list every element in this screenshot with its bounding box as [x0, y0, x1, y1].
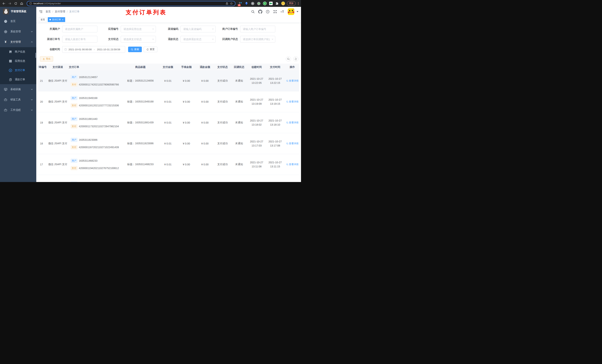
view-detail-link[interactable]: 查看详情 [286, 142, 299, 145]
filter-label-channel-code: 渠道编码 [156, 27, 181, 31]
page-title-annotation: 支付订单列表 [126, 9, 167, 16]
channel-order-no-input[interactable] [62, 36, 97, 42]
table-row[interactable]: 18 微信 JSAPI 支付 商户1635311823086 支付4200001… [38, 133, 299, 154]
extension-y-icon[interactable]: Y [263, 1, 267, 5]
reset-button[interactable]: 重置 [144, 47, 157, 52]
sidebar-item-infra[interactable]: 基础设施 [0, 84, 36, 94]
cell-fee [177, 175, 196, 182]
date-range-picker[interactable]: 2021-10-01 00:00:00 - 2021-10-31 23:59:5… [62, 46, 125, 53]
cell-title: 标题：1635311823086 [122, 133, 159, 154]
extensions-puzzle-icon[interactable] [275, 1, 279, 5]
sidebar-scrollbar[interactable] [35, 53, 36, 58]
font-size-icon[interactable]: TT [280, 10, 285, 14]
monitor-chart-icon [3, 88, 8, 91]
github-icon[interactable] [258, 10, 262, 14]
toggle-search-button[interactable] [286, 56, 291, 62]
cell-paid: 2021-10-2713:18:10 [266, 112, 284, 133]
extension-record-icon[interactable] [257, 1, 261, 5]
notify-status-select[interactable] [240, 36, 275, 42]
cell-action: 查看详情 [284, 112, 299, 133]
cell-channel: 微信 JSAPI 支付 [47, 91, 69, 112]
extension-meet-icon[interactable] [269, 1, 273, 5]
tag-home[interactable]: 首页 [39, 17, 47, 22]
help-icon[interactable]: ? [266, 10, 270, 14]
update-button[interactable]: 更新 [287, 1, 296, 6]
sidebar-item-merchant-info[interactable]: 商户信息 [0, 47, 36, 56]
filter-label-app: 应用编号 [97, 27, 121, 31]
cell-channel: 微信 JSAPI 支付 [47, 112, 69, 133]
date-end[interactable]: 2021-10-31 23:59:59 [97, 48, 120, 51]
extension-grid-icon[interactable]: 10 [238, 1, 242, 5]
user-avatar[interactable] [288, 8, 294, 15]
extension-kite-icon[interactable] [245, 1, 248, 5]
sidebar-item-app-info[interactable]: 应用信息 [0, 56, 36, 66]
page-info-icon[interactable] [29, 2, 32, 5]
refresh-icon [294, 58, 297, 60]
col-amount: 支付金额 [159, 64, 177, 71]
extension-badge: 10 [238, 4, 241, 6]
browser-menu-icon[interactable] [298, 2, 299, 5]
table-row[interactable]: 21 微信 JSAPI 支付 商户1635312124657 支付4200001… [38, 71, 299, 91]
table-row-partial[interactable]: 商户1635311454796 [38, 175, 299, 182]
home-icon[interactable] [20, 1, 24, 6]
channel-code-select[interactable] [181, 26, 216, 32]
view-detail-link[interactable]: 查看详情 [286, 163, 299, 166]
breadcrumb-pay[interactable]: 支付管理 [55, 10, 65, 13]
cell-action: 查看详情 [284, 133, 299, 154]
app-select[interactable] [121, 26, 156, 32]
pay-status-select[interactable] [121, 36, 156, 42]
search-icon [286, 80, 288, 82]
refund-status-select[interactable] [181, 36, 216, 42]
search-button[interactable]: 搜索 [128, 47, 142, 52]
col-pay-order: 支付订单 [69, 64, 122, 71]
grid-icon [8, 60, 13, 63]
cell-id [38, 175, 47, 182]
date-start[interactable]: 2021-10-01 00:00:00 [68, 48, 92, 51]
reload-icon[interactable] [14, 1, 18, 6]
sidebar-collapse-icon[interactable] [39, 10, 43, 14]
table-row[interactable]: 19 微信 JSAPI 支付 商户1635311881440 支付4200001… [38, 112, 299, 133]
table-toolbar: 导出 [36, 56, 301, 62]
cell-title: 标题：1635311881439 [122, 112, 159, 133]
merchant-no: 1635312124657 [79, 76, 97, 79]
forward-icon[interactable] [8, 1, 12, 6]
fullscreen-icon[interactable] [273, 10, 277, 14]
sidebar-item-label: 退款订单 [15, 78, 33, 81]
sidebar-item-label: 研发工具 [10, 98, 31, 101]
sidebar-item-home[interactable]: 首页 [0, 16, 36, 26]
tag-pay-order[interactable]: 支付订单 × [48, 17, 65, 22]
cell-refund: ¥ 0.00 [196, 112, 214, 133]
cell-amount [159, 175, 177, 182]
view-detail-link[interactable]: 查看详情 [286, 100, 299, 104]
share-icon[interactable] [226, 2, 228, 5]
search-icon[interactable] [251, 10, 255, 14]
view-detail-link[interactable]: 查看详情 [286, 121, 299, 124]
view-detail-link[interactable]: 查看详情 [286, 79, 299, 83]
avatar-caret-icon[interactable] [297, 11, 298, 12]
table-row[interactable]: 20 微信 JSAPI 支付 商户1635311949168 支付4200001… [38, 91, 299, 112]
refresh-table-button[interactable] [293, 56, 298, 62]
cell-paid: 2021-10-2713:22:15 [266, 71, 284, 91]
sidebar-item-refund-order[interactable]: 退款订单 [0, 75, 36, 84]
sidebar-item-pay-order[interactable]: ¥ 支付订单 [0, 66, 36, 75]
orders-table: 订单编号 支付渠道 支付订单 商品标题 支付金额 手续金额 退款金额 支付状态 … [38, 64, 299, 182]
merchant-order-no-input[interactable] [240, 26, 275, 32]
profile-avatar-icon[interactable] [281, 1, 285, 5]
url-bar[interactable]: localhost:1024/pay/order [27, 1, 236, 6]
sidebar-item-system[interactable]: 系统管理 [0, 26, 36, 37]
sidebar-item-workflow[interactable]: 工作流程 [0, 105, 36, 115]
merchant-input[interactable] [62, 26, 97, 32]
tag-close-icon[interactable]: × [62, 19, 64, 21]
cell-notify: 未通知 [231, 71, 247, 91]
breadcrumb-home[interactable]: 首页 [45, 10, 51, 13]
back-icon[interactable] [2, 1, 6, 6]
sidebar-item-pay[interactable]: ¥ 支付管理 [0, 37, 36, 47]
bookmark-star-icon[interactable] [230, 2, 233, 5]
sidebar-item-devtool[interactable]: 研发工具 [0, 94, 36, 105]
export-button[interactable]: 导出 [40, 56, 53, 62]
sidebar-logo[interactable]: 芋道管理系统 [0, 7, 36, 16]
cell-id: 17 [38, 154, 47, 175]
extension-command-icon[interactable]: ⌘ [251, 1, 255, 5]
cell-status: 支付成功 [214, 154, 231, 175]
table-row[interactable]: 17 微信 JSAPI 支付 商户1635311468233 支付4200001… [38, 154, 299, 175]
